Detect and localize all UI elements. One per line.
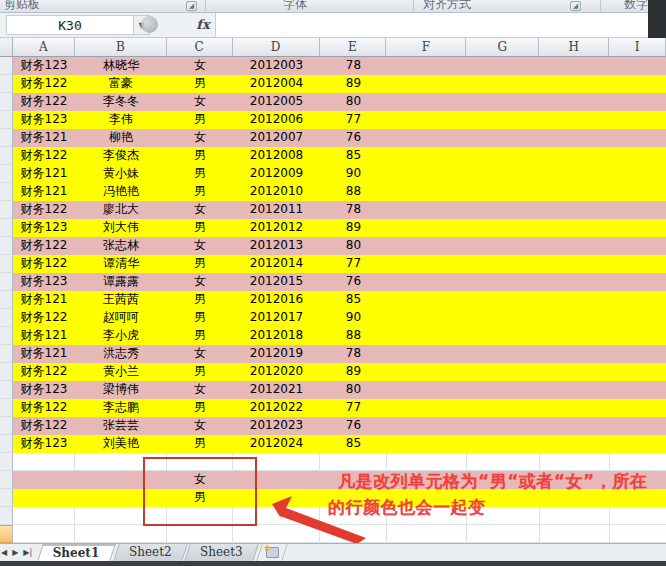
cell[interactable]	[610, 93, 666, 111]
cell[interactable]	[387, 525, 467, 543]
row-header[interactable]	[0, 525, 13, 543]
cell[interactable]	[540, 507, 610, 525]
cell[interactable]	[13, 525, 75, 543]
dialog-launcher-icon[interactable]: ◢	[570, 1, 581, 11]
cell[interactable]	[610, 435, 666, 453]
cell[interactable]: 77	[320, 111, 387, 129]
cell[interactable]: 2012003	[233, 57, 320, 75]
cell[interactable]	[540, 309, 610, 327]
cell[interactable]: 女	[167, 381, 233, 399]
tab-sheet3[interactable]: Sheet3	[184, 544, 258, 561]
cell[interactable]: 女	[167, 273, 233, 291]
cell[interactable]	[540, 237, 610, 255]
cell[interactable]	[610, 57, 666, 75]
cell[interactable]	[610, 507, 666, 525]
cell[interactable]	[540, 111, 610, 129]
cell[interactable]: 2012019	[233, 345, 320, 363]
cell[interactable]	[610, 273, 666, 291]
cell[interactable]: 78	[320, 57, 387, 75]
cell[interactable]: 2012009	[233, 165, 320, 183]
row-header[interactable]	[0, 381, 13, 399]
row-header[interactable]	[0, 453, 13, 471]
cell[interactable]	[610, 345, 666, 363]
cell[interactable]	[387, 165, 467, 183]
cell[interactable]: 刘美艳	[75, 435, 167, 453]
cell[interactable]	[13, 507, 75, 525]
cell[interactable]	[467, 363, 540, 381]
row-header[interactable]	[0, 183, 13, 201]
cell[interactable]	[387, 183, 467, 201]
cell[interactable]	[540, 129, 610, 147]
cell[interactable]: 76	[320, 129, 387, 147]
cell[interactable]	[320, 453, 387, 471]
name-box[interactable]: K30	[6, 15, 134, 35]
cell[interactable]	[540, 327, 610, 345]
cell[interactable]	[387, 57, 467, 75]
cell[interactable]: 85	[320, 147, 387, 165]
row-header[interactable]	[0, 273, 13, 291]
row-header[interactable]	[0, 309, 13, 327]
cell[interactable]: 2012008	[233, 147, 320, 165]
cell[interactable]	[387, 363, 467, 381]
cell[interactable]: 廖北大	[75, 201, 167, 219]
cell[interactable]: 2012006	[233, 111, 320, 129]
cell[interactable]: 谭清华	[75, 255, 167, 273]
cell[interactable]	[387, 219, 467, 237]
cell[interactable]: 2012024	[233, 435, 320, 453]
cell[interactable]	[540, 381, 610, 399]
cell[interactable]	[610, 255, 666, 273]
cell[interactable]: 财务122	[13, 363, 75, 381]
nav-next-icon[interactable]: ▶	[12, 544, 18, 562]
row-header[interactable]	[0, 219, 13, 237]
cell[interactable]: 女	[167, 201, 233, 219]
cell[interactable]: 张芸芸	[75, 417, 167, 435]
cell[interactable]: 89	[320, 363, 387, 381]
cell[interactable]: 刘大伟	[75, 219, 167, 237]
formula-input[interactable]	[215, 13, 648, 37]
cell[interactable]	[467, 57, 540, 75]
cell[interactable]	[610, 201, 666, 219]
cell[interactable]: 赵呵呵	[75, 309, 167, 327]
cell[interactable]	[75, 525, 167, 543]
cell[interactable]: 李冬冬	[75, 93, 167, 111]
cell[interactable]	[610, 399, 666, 417]
cell[interactable]	[540, 363, 610, 381]
cell[interactable]	[540, 525, 610, 543]
cell[interactable]: 女	[167, 57, 233, 75]
row-header[interactable]	[0, 255, 13, 273]
cell[interactable]	[467, 291, 540, 309]
cell[interactable]: 男	[167, 327, 233, 345]
insert-function-icon[interactable]: fx	[192, 15, 214, 35]
cell[interactable]	[467, 399, 540, 417]
cell[interactable]: 76	[320, 273, 387, 291]
cell[interactable]	[610, 147, 666, 165]
cell[interactable]	[540, 435, 610, 453]
cell[interactable]	[610, 417, 666, 435]
cell[interactable]	[540, 165, 610, 183]
tab-sheet2[interactable]: Sheet2	[113, 544, 187, 561]
cell[interactable]	[540, 399, 610, 417]
nav-last-icon[interactable]: ▶|	[23, 544, 32, 562]
column-header-B[interactable]: B	[75, 38, 167, 57]
cell[interactable]: 洪志秀	[75, 345, 167, 363]
cell[interactable]	[610, 327, 666, 345]
cell[interactable]	[467, 435, 540, 453]
cell[interactable]	[610, 75, 666, 93]
cell[interactable]	[387, 399, 467, 417]
cell[interactable]	[467, 201, 540, 219]
cell[interactable]	[467, 165, 540, 183]
cell[interactable]: 78	[320, 201, 387, 219]
row-header[interactable]	[0, 147, 13, 165]
cell[interactable]: 2012021	[233, 381, 320, 399]
cell[interactable]	[540, 201, 610, 219]
cell[interactable]	[387, 417, 467, 435]
cell[interactable]: 财务121	[13, 291, 75, 309]
row-header[interactable]	[0, 129, 13, 147]
column-header-A[interactable]: A	[13, 38, 75, 57]
cell[interactable]: 女	[167, 129, 233, 147]
cell[interactable]: 财务122	[13, 309, 75, 327]
select-all-corner[interactable]	[0, 38, 13, 57]
cell[interactable]: 财务123	[13, 219, 75, 237]
cell[interactable]: 男	[167, 111, 233, 129]
cell[interactable]	[467, 129, 540, 147]
